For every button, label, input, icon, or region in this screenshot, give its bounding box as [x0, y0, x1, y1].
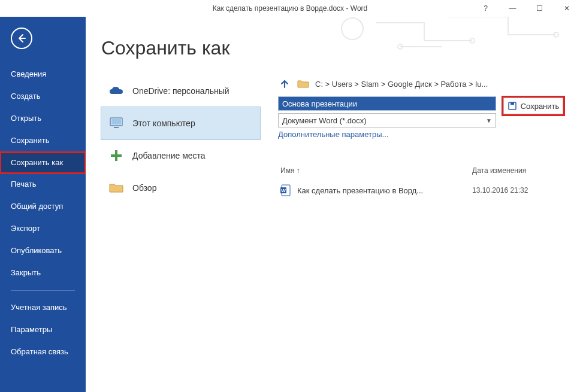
save-button[interactable]: Сохранить [503, 98, 563, 114]
sidebar-item-4[interactable]: Сохранить как [0, 152, 86, 174]
save-details: C: > Users > Slam > Google Диск > Работа… [278, 75, 564, 204]
header-name[interactable]: Имя ↑ [280, 166, 472, 175]
window-controls: ? — ☐ ✕ [472, 0, 580, 17]
breadcrumb: C: > Users > Slam > Google Диск > Работа… [278, 77, 564, 90]
more-options-link[interactable]: Дополнительные параметры... [278, 130, 388, 139]
sidebar-footer-item-0[interactable]: Учетная запись [0, 297, 86, 319]
svg-point-0 [342, 18, 363, 39]
location-label: Обзор [132, 183, 156, 193]
svg-rect-8 [111, 154, 122, 157]
close-button[interactable]: ✕ [553, 0, 580, 17]
maximize-button[interactable]: ☐ [526, 0, 553, 17]
arrow-up-icon [279, 78, 290, 89]
sidebar-footer-item-2[interactable]: Обратная связь [0, 341, 86, 363]
svg-rect-6 [114, 127, 119, 128]
content-area: Сохранить как OneDrive: персональныйЭтот… [86, 17, 580, 392]
location-addplace[interactable]: Добавление места [101, 139, 260, 172]
svg-text:W: W [281, 188, 286, 193]
file-date: 13.10.2016 21:32 [472, 186, 562, 195]
folder-icon [297, 79, 309, 89]
save-locations: OneDrive: персональныйЭтот компьютерДоба… [101, 75, 260, 204]
save-button-highlight: Сохранить [502, 96, 564, 116]
location-onedrive[interactable]: OneDrive: персональный [101, 75, 260, 107]
minimize-button[interactable]: — [499, 0, 526, 17]
backstage-sidebar: СведенияСоздатьОткрытьСохранитьСохранить… [0, 17, 86, 392]
sidebar-item-3[interactable]: Сохранить [0, 130, 86, 152]
sidebar-item-5[interactable]: Печать [0, 174, 86, 196]
location-label: Этот компьютер [132, 118, 195, 128]
sidebar-item-7[interactable]: Экспорт [0, 218, 86, 240]
back-button[interactable] [11, 28, 32, 49]
svg-rect-10 [510, 102, 514, 105]
save-icon [508, 101, 517, 111]
titlebar: Как сделать презентацию в Ворде.docx - W… [0, 0, 580, 17]
sidebar-item-0[interactable]: Сведения [0, 63, 86, 86]
file-row[interactable]: WКак сделать презентацию в Ворд...13.10.… [278, 178, 564, 202]
header-date[interactable]: Дата изменения [472, 166, 562, 175]
location-label: Добавление места [132, 151, 206, 160]
help-button[interactable]: ? [472, 0, 499, 17]
location-browse[interactable]: Обзор [101, 172, 260, 204]
onedrive-icon [108, 83, 124, 99]
file-list-header: Имя ↑ Дата изменения [278, 163, 564, 178]
up-folder-button[interactable] [278, 77, 291, 90]
word-doc-icon: W [280, 184, 291, 196]
window-title: Как сделать презентацию в Ворде.docx - W… [213, 4, 367, 13]
svg-rect-5 [111, 119, 121, 124]
arrow-left-icon [17, 34, 26, 43]
filetype-value: Документ Word (*.docx) [282, 116, 367, 125]
thispc-icon [108, 116, 124, 131]
addplace-icon [108, 148, 124, 163]
save-button-label: Сохранить [521, 102, 560, 111]
filename-input[interactable] [278, 96, 496, 111]
svg-point-2 [554, 32, 558, 37]
location-label: OneDrive: персональный [132, 86, 229, 96]
caret-down-icon: ▼ [486, 117, 492, 124]
breadcrumb-path[interactable]: C: > Users > Slam > Google Диск > Работа… [315, 80, 488, 89]
location-thispc[interactable]: Этот компьютер [101, 107, 260, 139]
filetype-dropdown[interactable]: Документ Word (*.docx) ▼ [278, 113, 496, 127]
sidebar-footer-item-1[interactable]: Параметры [0, 319, 86, 341]
page-title: Сохранить как [101, 37, 564, 59]
file-name: WКак сделать презентацию в Ворд... [280, 184, 472, 196]
sidebar-separator [11, 290, 75, 291]
sidebar-item-6[interactable]: Общий доступ [0, 196, 86, 218]
sidebar-item-1[interactable]: Создать [0, 86, 86, 108]
sidebar-item-2[interactable]: Открыть [0, 108, 86, 130]
sidebar-item-8[interactable]: Опубликовать [0, 240, 86, 262]
browse-icon [108, 180, 124, 196]
sidebar-item-9[interactable]: Закрыть [0, 262, 86, 284]
